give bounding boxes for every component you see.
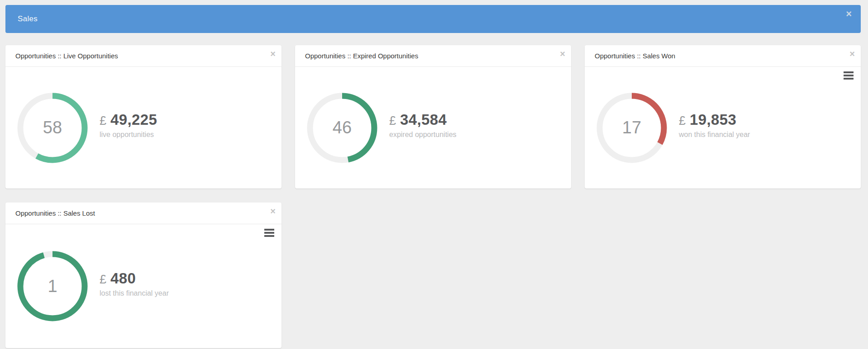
- card-sales-lost: Opportunities :: Sales Lost × 1 £ 480: [5, 203, 281, 348]
- currency-symbol: £: [100, 114, 106, 128]
- gauge-count: 58: [17, 93, 88, 163]
- dashlet-title: Opportunities :: Sales Won: [595, 52, 675, 60]
- currency-symbol: £: [389, 114, 396, 128]
- gauge-count: 46: [307, 93, 377, 163]
- dashlet-header: Opportunities :: Sales Lost ×: [5, 203, 281, 224]
- amount-value: 480: [110, 270, 136, 287]
- metric-label: lost this financial year: [100, 289, 169, 297]
- amount-line: £ 480: [100, 270, 169, 287]
- dashboard-header: Sales ×: [5, 5, 861, 33]
- metric-block: £ 49,225 live opportunities: [100, 111, 157, 144]
- dashlet-title: Opportunities :: Expired Opportunities: [305, 52, 418, 60]
- dashboard-title: Sales: [18, 14, 38, 24]
- metric-label: live opportunities: [100, 131, 157, 139]
- donut-gauge: 1: [17, 251, 88, 321]
- currency-symbol: £: [100, 273, 106, 287]
- dashlet-header: Opportunities :: Expired Opportunities ×: [295, 45, 571, 67]
- donut-gauge: 17: [596, 93, 667, 163]
- dashlet-title: Opportunities :: Sales Lost: [15, 209, 95, 217]
- card-live-opportunities: Opportunities :: Live Opportunities × 58…: [5, 45, 281, 189]
- gauge-count: 1: [17, 251, 88, 321]
- amount-line: £ 34,584: [389, 111, 457, 128]
- amount-value: 49,225: [110, 111, 157, 128]
- donut-gauge: 58: [17, 93, 88, 163]
- dashlet-body: 17 £ 19,853 won this financial year: [585, 67, 861, 189]
- donut-gauge: 46: [307, 93, 377, 163]
- dashlet-grid: Opportunities :: Live Opportunities × 58…: [5, 45, 861, 348]
- amount-line: £ 49,225: [100, 111, 157, 128]
- amount-value: 19,853: [690, 111, 736, 128]
- metric-block: £ 34,584 expired opportunities: [389, 111, 457, 144]
- amount-line: £ 19,853: [679, 111, 750, 128]
- currency-symbol: £: [679, 114, 686, 128]
- hamburger-menu-icon[interactable]: [844, 71, 854, 80]
- dashlet-header: Opportunities :: Sales Won ×: [585, 45, 861, 67]
- gauge-count: 17: [596, 93, 667, 163]
- metric-block: £ 19,853 won this financial year: [679, 111, 750, 144]
- sales-dashboard: Sales × Opportunities :: Live Opportunit…: [0, 0, 868, 349]
- dashlet-close-icon[interactable]: ×: [270, 207, 276, 216]
- dashlet-body: 1 £ 480 lost this financial year: [5, 224, 281, 348]
- dashboard-close-icon[interactable]: ×: [846, 9, 852, 19]
- amount-value: 34,584: [400, 111, 447, 128]
- metric-block: £ 480 lost this financial year: [100, 270, 169, 303]
- dashlet-close-icon[interactable]: ×: [560, 49, 565, 58]
- dashlet-body: 58 £ 49,225 live opportunities: [5, 67, 281, 189]
- metric-label: expired opportunities: [389, 131, 457, 139]
- card-expired-opportunities: Opportunities :: Expired Opportunities ×…: [295, 45, 571, 189]
- dashlet-header: Opportunities :: Live Opportunities ×: [5, 45, 281, 67]
- metric-label: won this financial year: [679, 131, 750, 139]
- dashlet-close-icon[interactable]: ×: [849, 49, 855, 58]
- dashlet-body: 46 £ 34,584 expired opportunities: [295, 67, 571, 189]
- hamburger-menu-icon[interactable]: [264, 229, 274, 237]
- dashlet-close-icon[interactable]: ×: [270, 49, 276, 58]
- dashlet-title: Opportunities :: Live Opportunities: [15, 52, 118, 60]
- card-sales-won: Opportunities :: Sales Won × 17 £ 19,853: [585, 45, 861, 189]
